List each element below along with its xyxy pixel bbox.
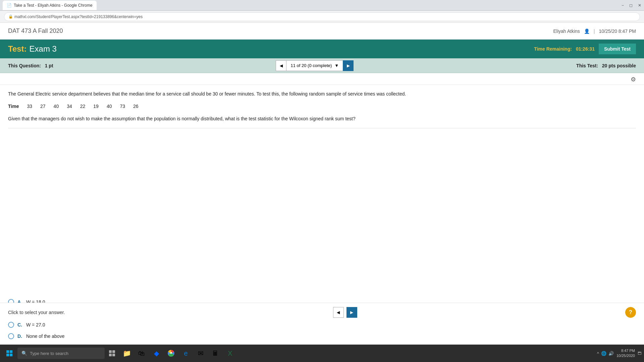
dropbox-button[interactable]: ◆ [150, 347, 162, 359]
mail-button[interactable]: ✉ [195, 347, 207, 359]
taskbar: 🔍 Type here to search 📁 🛍 ◆ e [0, 345, 644, 362]
search-placeholder: Type here to search [30, 351, 68, 356]
search-icon: 🔍 [21, 351, 27, 356]
submit-test-button[interactable]: Submit Test [599, 44, 636, 54]
url-input[interactable]: 🔒 mathxl.com/Student/PlayerTest.aspx?tes… [4, 12, 640, 21]
question-followup: Given that the managers do not wish to m… [8, 115, 636, 128]
data-val-9: 26 [133, 103, 147, 110]
edge-button[interactable]: e [180, 347, 192, 359]
start-button[interactable] [3, 347, 16, 360]
minimize-icon[interactable]: − [622, 3, 624, 8]
data-label: Time [8, 103, 27, 110]
data-val-6: 19 [93, 103, 107, 110]
radio-d[interactable] [8, 333, 14, 339]
prev-question-button[interactable]: ◀ [276, 60, 286, 71]
up-arrow-icon[interactable]: ^ [597, 351, 599, 356]
chrome-titlebar: 📄 Take a Test - Eliyah Atkins - Google C… [0, 0, 644, 11]
data-val-2: 27 [40, 103, 54, 110]
svg-rect-0 [109, 350, 112, 353]
svg-rect-2 [109, 354, 112, 356]
excel-button[interactable]: X [224, 347, 236, 359]
dropdown-arrow-icon: ▼ [334, 63, 339, 68]
test-label: Test: [8, 44, 27, 54]
test-header: Test: Exam 3 Time Remaining: 01:26:31 Su… [0, 40, 644, 58]
system-tray: ^ 🌐 🔊 8:47 PM 10/25/2020 🗔 [597, 348, 641, 359]
page-header: DAT 473 A Fall 2020 Eliyah Atkins 👤 | 10… [0, 23, 644, 40]
data-table: Time 33 27 40 34 22 19 40 73 26 [8, 103, 636, 110]
next-question-button[interactable]: ▶ [343, 60, 354, 71]
tab-title: Take a Test - Eliyah Atkins - Google Chr… [14, 3, 93, 8]
nav-center: ◀ 11 of 20 (0 complete) ▼ ▶ [276, 60, 354, 71]
test-points-value: 20 pts possible [602, 63, 636, 68]
option-letter-c: C. [17, 322, 23, 327]
user-info: Eliyah Atkins 👤 | 10/25/20 8:47 PM [553, 28, 636, 34]
data-val-8: 73 [120, 103, 133, 110]
settings-icon[interactable]: ⚙ [631, 76, 636, 83]
chrome-button[interactable] [165, 347, 177, 359]
window-controls: − ◻ ✕ [622, 3, 641, 8]
calculator-button[interactable]: 🖩 [209, 347, 221, 359]
taskbar-clock[interactable]: 8:47 PM 10/25/2020 [616, 348, 635, 359]
bottom-prev-button[interactable]: ◀ [333, 307, 344, 318]
datetime: 10/25/20 8:47 PM [599, 28, 636, 34]
taskbar-time: 8:47 PM [616, 348, 635, 353]
bottom-next-button[interactable]: ▶ [346, 307, 357, 318]
question-text: The General Electric service department … [8, 90, 636, 98]
address-bar: 🔒 mathxl.com/Student/PlayerTest.aspx?tes… [0, 11, 644, 23]
file-explorer-button[interactable]: 📁 [121, 347, 133, 359]
speaker-icon[interactable]: 🔊 [608, 351, 614, 356]
taskbar-date: 10/25/2020 [616, 353, 635, 358]
option-text-d: None of the above [26, 334, 64, 339]
notification-icon[interactable]: 🗔 [638, 351, 641, 355]
tab-favicon: 📄 [7, 3, 12, 8]
url-text: mathxl.com/Student/PlayerTest.aspx?testI… [14, 14, 143, 19]
data-val-1: 33 [27, 103, 40, 110]
data-val-7: 40 [107, 103, 120, 110]
question-label-text: This Question: [8, 63, 41, 68]
course-title: DAT 473 A Fall 2020 [8, 27, 63, 35]
lock-icon: 🔒 [8, 14, 13, 19]
question-points-value: 1 pt [45, 63, 53, 68]
taskbar-apps: 📁 🛍 ◆ e ✉ 🖩 X [106, 347, 236, 359]
close-icon[interactable]: ✕ [638, 3, 641, 8]
network-icon[interactable]: 🌐 [601, 351, 606, 356]
settings-bar: ⚙ [0, 73, 644, 85]
chrome-tab[interactable]: 📄 Take a Test - Eliyah Atkins - Google C… [3, 1, 97, 10]
taskview-button[interactable] [106, 347, 118, 359]
taskbar-search[interactable]: 🔍 Type here to search [17, 348, 105, 359]
question-info: 11 of 20 (0 complete) [290, 63, 332, 68]
time-remaining-label: Time Remaining: [534, 46, 572, 52]
user-icon: 👤 [584, 28, 590, 34]
radio-c[interactable] [8, 322, 14, 328]
sys-icons: ^ 🌐 🔊 [597, 351, 614, 356]
store-button[interactable]: 🛍 [136, 347, 148, 359]
option-text-c: W = 27.0 [26, 322, 45, 327]
windows-icon [6, 350, 12, 356]
test-label-text: This Test: [576, 63, 598, 68]
question-nav-bar: This Question: 1 pt ◀ 11 of 20 (0 comple… [0, 58, 644, 73]
test-name: Exam 3 [30, 44, 57, 54]
divider: | [594, 28, 595, 34]
data-val-4: 34 [67, 103, 80, 110]
question-content: The General Electric service department … [0, 85, 644, 294]
test-total-points: This Test: 20 pts possible [576, 63, 636, 68]
data-val-3: 40 [54, 103, 67, 110]
svg-rect-3 [112, 354, 115, 356]
user-name: Eliyah Atkins [553, 28, 580, 34]
data-val-5: 22 [80, 103, 94, 110]
time-remaining-value: 01:26:31 [576, 46, 595, 52]
main-content: DAT 473 A Fall 2020 Eliyah Atkins 👤 | 10… [0, 23, 644, 345]
svg-rect-1 [112, 350, 115, 353]
answer-option-d[interactable]: D. None of the above [8, 330, 636, 342]
question-dropdown[interactable]: 11 of 20 (0 complete) ▼ [286, 60, 343, 71]
help-button[interactable]: ? [625, 307, 636, 318]
bottom-section: Click to select your answer. ◀ ▶ ? [0, 303, 644, 322]
option-letter-d: D. [17, 334, 23, 339]
instruction-text: Click to select your answer. [8, 310, 65, 315]
time-remaining-section: Time Remaining: 01:26:31 Submit Test [534, 44, 636, 54]
question-points-label: This Question: 1 pt [8, 63, 53, 68]
restore-icon[interactable]: ◻ [629, 3, 633, 8]
